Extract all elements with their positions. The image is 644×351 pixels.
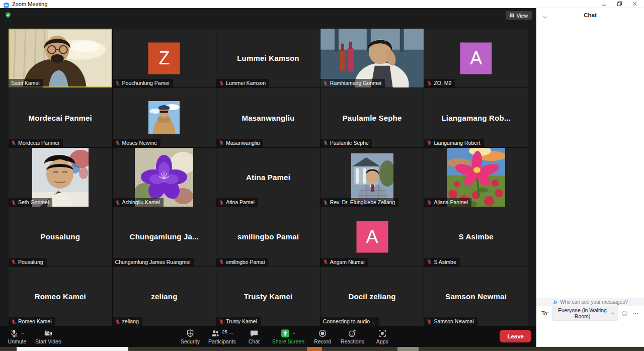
- participant-name-label: Atina Pamei: [216, 198, 258, 207]
- toolbar-button-label: Unmute: [8, 339, 27, 344]
- chevron-down-icon: [611, 311, 614, 315]
- participant-tile[interactable]: Paulamle SephePaulamle Sephe: [320, 88, 424, 147]
- chat-bubble-icon: [250, 329, 259, 338]
- toolbar-share-screen-button[interactable]: Share Screen: [268, 326, 308, 347]
- toolbar-participants-button[interactable]: 25Participants: [204, 326, 240, 347]
- participant-tile[interactable]: AZO, M2: [424, 29, 528, 87]
- participant-name-label: smilingbo Pamai: [216, 258, 268, 267]
- toolbar-unmute-button[interactable]: Unmute: [3, 326, 31, 347]
- leave-button[interactable]: Leave: [500, 330, 531, 342]
- participant-name-label: Pouchunlung Pamei: [113, 79, 173, 87]
- participant-tile[interactable]: Mordecai PanmeiMordecai Panmei: [9, 88, 112, 147]
- participant-tile[interactable]: Samson NewmaiSamson Newmai: [424, 267, 528, 326]
- participants-icon: [211, 329, 220, 338]
- toolbar-button-label: Chat: [249, 339, 260, 344]
- mic-muted-small-icon: [115, 200, 120, 205]
- chevron-up-icon: [229, 331, 233, 335]
- participant-tile[interactable]: Chungamlung Ja...Chungamlung James Ruang…: [113, 207, 216, 266]
- encryption-shield-icon: [5, 12, 12, 19]
- toolbar-start-video-button[interactable]: Start Video: [31, 326, 65, 347]
- security-shield-icon: [186, 329, 195, 338]
- close-button[interactable]: [627, 0, 642, 8]
- chevron-up-icon: [21, 331, 25, 335]
- share-screen-icon: [281, 329, 290, 338]
- chat-privacy-notice: Who can see your messages?: [536, 298, 644, 306]
- participant-tile[interactable]: AAngam Niumai: [320, 207, 424, 266]
- participant-name-label: Trusty Kamei: [216, 317, 260, 326]
- participant-name-label: Achingliu Kamei: [113, 198, 164, 207]
- view-button[interactable]: View: [506, 11, 532, 20]
- mic-muted-small-icon: [427, 80, 432, 86]
- mic-muted-small-icon: [323, 80, 328, 86]
- mic-muted-icon: [10, 329, 19, 338]
- participant-name-label: Chungamlung James Ruangmei: [113, 258, 194, 267]
- participant-tile[interactable]: Ramhiamang Gonmei: [320, 29, 424, 87]
- participant-name-label: Angam Niumai: [320, 258, 368, 267]
- reactions-icon: [348, 329, 357, 338]
- toolbar-button-label: Share Screen: [272, 339, 304, 344]
- participant-name-label: Ajiana Panmei: [424, 198, 471, 207]
- mic-muted-small-icon: [219, 259, 224, 265]
- participant-name-label: Romeo Kamei: [9, 317, 55, 326]
- mic-muted-small-icon: [115, 140, 120, 145]
- mic-muted-small-icon: [219, 80, 224, 86]
- more-options-icon[interactable]: [632, 310, 639, 317]
- maximize-button[interactable]: [612, 0, 627, 8]
- participant-tile[interactable]: Liangamang Rob...Liangamang Robert: [424, 88, 528, 147]
- chevron-up-icon: [292, 331, 296, 335]
- participant-name-label: Moses Newme: [113, 139, 160, 147]
- participant-tile[interactable]: Moses Newme: [113, 88, 216, 147]
- participant-tile[interactable]: Lummei KamsonLummei Kamson: [216, 29, 320, 87]
- participant-tile[interactable]: ZPouchunlung Pamei: [113, 29, 216, 87]
- taskbar-app-gray-icon[interactable]: [397, 347, 419, 351]
- participant-tile[interactable]: zeliangzeliang: [113, 267, 216, 326]
- participant-tile[interactable]: PousalungPousalung: [9, 207, 112, 266]
- participant-tile[interactable]: Docil zeliangConnecting to audio ...: [320, 267, 424, 326]
- windows-taskbar: [0, 347, 644, 351]
- participant-tile[interactable]: Romeo KameiRomeo Kamei: [9, 267, 112, 326]
- participant-tile[interactable]: Rev. Dr. Elungkiebe Zeliang: [320, 148, 424, 207]
- participant-tile[interactable]: S AsimbeS Asimbe: [424, 207, 528, 266]
- chat-panel: Chat Who can see your messages? To: Ever…: [536, 8, 644, 347]
- participant-tile[interactable]: Trusty KameiTrusty Kamei: [216, 267, 320, 326]
- chat-message-input[interactable]: [536, 321, 644, 347]
- mic-muted-small-icon: [323, 200, 328, 205]
- participant-tile[interactable]: Saint Kamei: [9, 29, 112, 87]
- participant-name-label: Liangamang Robert: [424, 139, 484, 147]
- minimize-button[interactable]: [597, 0, 612, 8]
- participant-name-label: Ramhiamang Gonmei: [320, 79, 385, 87]
- mic-muted-small-icon: [11, 140, 16, 145]
- participant-tile[interactable]: Seth Gonmei: [9, 148, 112, 207]
- taskbar-app-orange-icon[interactable]: [307, 347, 322, 351]
- participant-name-label: S Asimbe: [424, 258, 459, 267]
- emoji-picker-icon[interactable]: [621, 310, 628, 317]
- participant-tile[interactable]: Atina PameiAtina Pamei: [216, 148, 320, 207]
- toolbar-security-button[interactable]: Security: [176, 326, 204, 347]
- view-button-label: View: [516, 13, 528, 19]
- meeting-toolbar: UnmuteStart Video Security25Participants…: [0, 326, 536, 347]
- taskbar-search-box[interactable]: [17, 347, 128, 351]
- participant-name-label: Rev. Dr. Elungkiebe Zeliang: [320, 198, 398, 207]
- camera-muted-icon: [44, 329, 53, 338]
- chat-collapse-chevron-icon[interactable]: [542, 13, 547, 18]
- mic-muted-small-icon: [427, 319, 432, 324]
- avatar-photo: [148, 101, 180, 134]
- toolbar-record-button[interactable]: Record: [308, 326, 337, 347]
- participant-name-label: Lummei Kamson: [216, 79, 269, 87]
- mic-muted-small-icon: [11, 319, 16, 324]
- toolbar-reactions-button[interactable]: Reactions: [337, 326, 368, 347]
- mic-muted-small-icon: [115, 80, 120, 86]
- mic-muted-small-icon: [11, 259, 16, 265]
- chat-messages-area[interactable]: [536, 22, 644, 298]
- avatar-photo: [351, 153, 393, 201]
- participant-tile[interactable]: smilingbo Pamaismilingbo Pamai: [216, 207, 320, 266]
- toolbar-button-label: Participants: [208, 339, 236, 344]
- chat-recipient-dropdown[interactable]: Everyone (in Waiting Room): [552, 306, 618, 321]
- toolbar-apps-button[interactable]: Apps: [368, 326, 396, 347]
- participant-tile[interactable]: Achingliu Kamei: [113, 148, 216, 207]
- person-privacy-icon: [552, 299, 558, 305]
- record-icon: [318, 329, 327, 338]
- toolbar-chat-button[interactable]: Chat: [240, 326, 268, 347]
- participant-tile[interactable]: MasanwangliuMasanwangliu: [216, 88, 320, 147]
- participant-tile[interactable]: Ajiana Panmei: [424, 148, 528, 207]
